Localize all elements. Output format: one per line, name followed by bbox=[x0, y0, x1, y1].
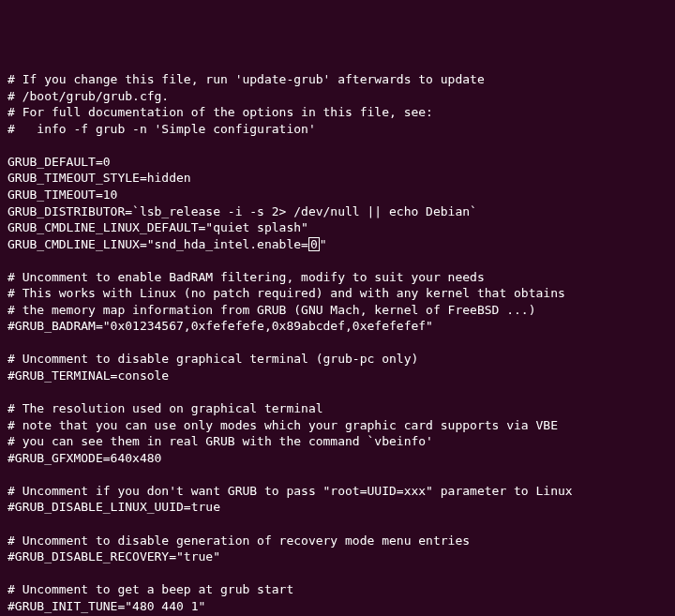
terminal-line: # The resolution used on graphical termi… bbox=[8, 400, 668, 417]
terminal-line: GRUB_DEFAULT=0 bbox=[8, 154, 668, 171]
terminal-line: # Uncomment to disable generation of rec… bbox=[8, 533, 668, 549]
text-cursor: 0 bbox=[308, 237, 320, 251]
terminal-line: GRUB_TIMEOUT_STYLE=hidden bbox=[8, 170, 668, 187]
terminal-line: # Uncomment to enable BadRAM filtering, … bbox=[8, 269, 668, 286]
terminal-line: # info -f grub -n 'Simple configuration' bbox=[8, 121, 668, 138]
terminal-line bbox=[8, 516, 668, 533]
terminal-line bbox=[8, 384, 668, 401]
terminal-line: # If you change this file, run 'update-g… bbox=[8, 71, 668, 88]
terminal-line: # /boot/grub/grub.cfg. bbox=[8, 88, 668, 105]
terminal-line: #GRUB_GFXMODE=640x480 bbox=[8, 450, 668, 467]
terminal-line bbox=[8, 137, 668, 154]
terminal-line: #GRUB_DISABLE_LINUX_UUID=true bbox=[8, 499, 668, 516]
terminal-line: # Uncomment to disable graphical termina… bbox=[8, 351, 668, 368]
terminal-line: GRUB_TIMEOUT=10 bbox=[8, 187, 668, 203]
terminal-line bbox=[8, 466, 668, 483]
terminal-line: #GRUB_DISABLE_RECOVERY="true" bbox=[8, 548, 668, 565]
terminal-line: # Uncomment if you don't want GRUB to pa… bbox=[8, 483, 668, 500]
terminal-line: # you can see them in real GRUB with the… bbox=[8, 433, 668, 450]
terminal-editor[interactable]: # If you change this file, run 'update-g… bbox=[8, 71, 668, 616]
terminal-line: #GRUB_TERMINAL=console bbox=[8, 368, 668, 384]
terminal-line: GRUB_DISTRIBUTOR=`lsb_release -i -s 2> /… bbox=[8, 203, 668, 220]
terminal-line bbox=[8, 335, 668, 352]
terminal-line: # note that you can use only modes which… bbox=[8, 417, 668, 434]
terminal-line: # the memory map information from GRUB (… bbox=[8, 302, 668, 319]
terminal-line: #GRUB_BADRAM="0x01234567,0xfefefefe,0x89… bbox=[8, 318, 668, 335]
terminal-line-with-cursor: GRUB_CMDLINE_LINUX="snd_hda_intel.enable… bbox=[8, 236, 668, 253]
terminal-line: #GRUB_INIT_TUNE="480 440 1" bbox=[8, 598, 668, 615]
terminal-line: GRUB_CMDLINE_LINUX_DEFAULT="quiet splash… bbox=[8, 219, 668, 236]
terminal-line: # Uncomment to get a beep at grub start bbox=[8, 581, 668, 598]
terminal-line: # This works with Linux (no patch requir… bbox=[8, 285, 668, 302]
terminal-line bbox=[8, 252, 668, 269]
terminal-line bbox=[8, 565, 668, 582]
terminal-line: # For full documentation of the options … bbox=[8, 104, 668, 121]
line-text-post: " bbox=[320, 237, 327, 251]
line-text-pre: GRUB_CMDLINE_LINUX="snd_hda_intel.enable… bbox=[8, 237, 308, 251]
